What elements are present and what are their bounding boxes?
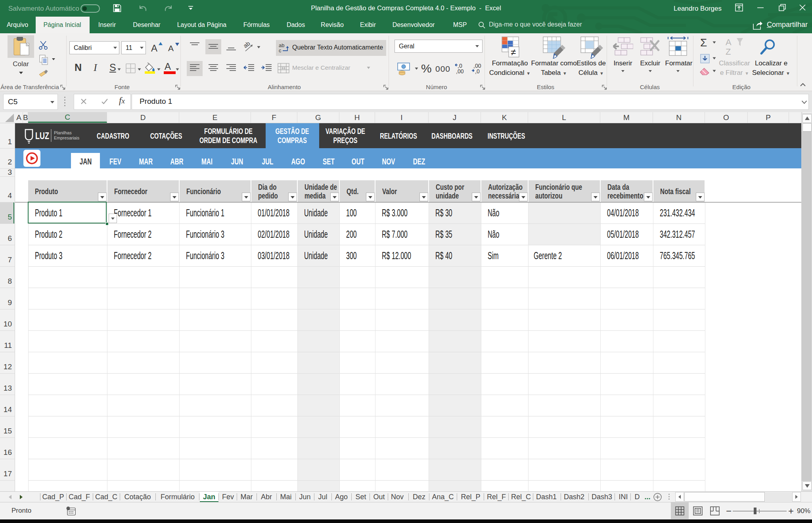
- svg-text:ab: ab: [243, 41, 251, 49]
- svg-text:c: c: [279, 48, 282, 53]
- svg-text:A: A: [726, 37, 732, 47]
- svg-text:,0: ,0: [475, 68, 480, 74]
- svg-text:Z: Z: [726, 47, 731, 57]
- svg-text:≠: ≠: [511, 47, 516, 57]
- svg-text:,00: ,00: [456, 68, 464, 74]
